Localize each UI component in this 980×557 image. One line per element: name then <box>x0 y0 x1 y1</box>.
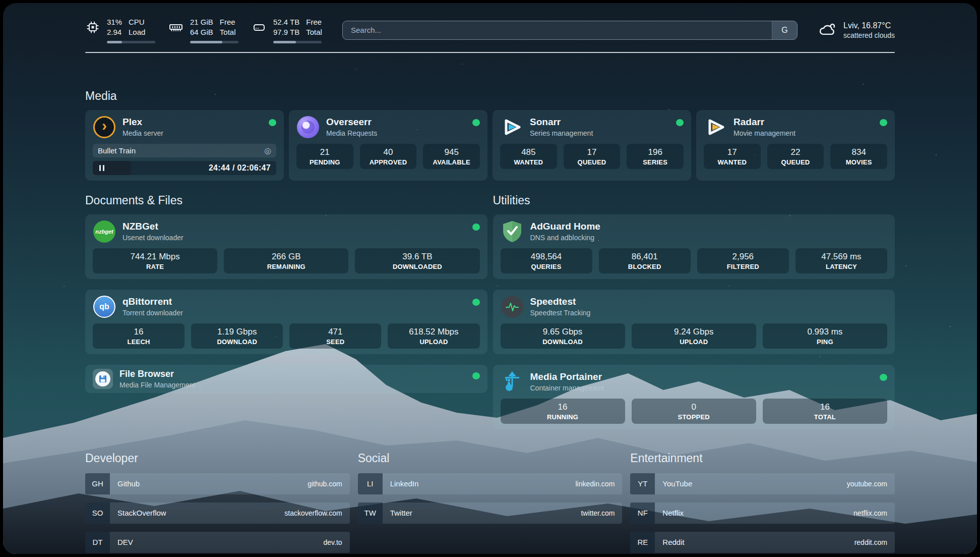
topbar-divider <box>85 52 895 53</box>
overseerr-status-dot <box>472 119 480 126</box>
adguard-stat-filtered: 2,956FILTERED <box>697 248 789 273</box>
adguard-icon <box>501 220 524 243</box>
sonarr-stat-wanted: 485WANTED <box>500 144 557 169</box>
portainer-status-dot <box>880 374 887 381</box>
overseerr-card[interactable]: Overseerr Media Requests 21PENDING 40APP… <box>289 110 487 181</box>
pause-icon <box>99 165 101 171</box>
adguard-stat-blocked: 86,401BLOCKED <box>599 248 691 273</box>
weather-location-temp: Lviv, 16.87°C <box>843 20 895 31</box>
cpu-load-value: 2.94 <box>107 27 122 37</box>
bookmark-github[interactable]: GH Github github.com <box>85 473 350 494</box>
sonarr-title: Sonarr <box>530 117 593 128</box>
pause-button[interactable] <box>93 161 131 175</box>
overseerr-icon <box>296 116 320 139</box>
radarr-stat-wanted: 17WANTED <box>704 144 761 169</box>
qbittorrent-stat-upload: 618.52 MbpsUPLOAD <box>388 323 479 349</box>
sonarr-description: Series management <box>530 129 593 137</box>
bookmark-reddit[interactable]: RE Reddit reddit.com <box>630 532 895 553</box>
sonarr-card[interactable]: Sonarr Series management 485WANTED 17QUE… <box>493 110 691 181</box>
qbittorrent-description: Torrent downloader <box>122 309 183 317</box>
filebrowser-title: File Browser <box>119 369 195 379</box>
overseerr-stat-available: 945AVAILABLE <box>423 144 480 169</box>
stackoverflow-abbr-badge: SO <box>85 503 110 524</box>
plex-now-playing-title: Bullet Train <box>98 146 136 155</box>
qbittorrent-stat-download: 1.19 GbpsDOWNLOAD <box>191 323 283 349</box>
speedtest-card[interactable]: Speedtest Speedtest Tracking 9.65 GbpsDO… <box>493 290 895 354</box>
radarr-icon <box>704 116 727 139</box>
search-engine-button[interactable]: G <box>772 21 797 39</box>
plex-description: Media server <box>122 129 163 137</box>
top-bar: 31% 2.94 CPU Load <box>85 17 895 43</box>
dev-abbr-badge: DT <box>85 532 110 553</box>
memory-usage-bar <box>190 41 222 43</box>
overseerr-stat-pending: 21PENDING <box>296 144 353 169</box>
speedtest-description: Speedtest Tracking <box>530 309 591 317</box>
plex-playback-time: 24:44 / 02:06:47 <box>209 163 276 173</box>
portainer-stat-running: 16RUNNING <box>501 399 625 424</box>
speedtest-stat-upload: 9.24 GbpsUPLOAD <box>632 323 756 349</box>
weather-widget: Lviv, 16.87°C scattered clouds <box>818 20 895 40</box>
memory-label-1: Free <box>220 17 236 27</box>
radarr-card[interactable]: Radarr Movie management 17WANTED 22QUEUE… <box>696 110 895 181</box>
filebrowser-status-dot <box>472 372 480 379</box>
cpu-label-2: Load <box>129 27 145 37</box>
nzbget-icon: nzbget <box>93 220 116 243</box>
dashboard-app: 31% 2.94 CPU Load <box>3 3 977 554</box>
bookmark-stackoverflow[interactable]: SO StackOverflow stackoverflow.com <box>85 503 350 524</box>
sonarr-stat-queued: 17QUEUED <box>564 144 621 169</box>
disk-total-value: 97.9 TB <box>273 27 299 37</box>
overseerr-stat-approved: 40APPROVED <box>360 144 417 169</box>
portainer-stat-total: 16TOTAL <box>763 399 887 424</box>
github-abbr-badge: GH <box>85 473 110 494</box>
memory-monitor: 21 GiB 64 GiB Free Total <box>168 17 238 43</box>
nzbget-stat-rate: 744.21 MbpsRATE <box>93 248 217 273</box>
nzbget-title: NZBGet <box>122 221 183 232</box>
cloud-icon <box>818 22 837 39</box>
overseerr-title: Overseerr <box>326 117 377 128</box>
disk-label-2: Total <box>306 27 322 37</box>
weather-condition: scattered clouds <box>843 31 895 40</box>
overseerr-description: Media Requests <box>326 129 377 137</box>
utilities-column: Utilities <box>493 194 895 429</box>
adguard-title: AdGuard Home <box>530 221 600 232</box>
portainer-title: Media Portainer <box>530 371 604 382</box>
search-bar: G <box>342 21 798 40</box>
filebrowser-card[interactable]: File Browser Media File Management <box>85 365 487 393</box>
system-monitors: 31% 2.94 CPU Load <box>85 17 322 43</box>
speedtest-stat-download: 9.65 GbpsDOWNLOAD <box>501 323 625 349</box>
memory-total-value: 64 GiB <box>190 27 213 37</box>
nzbget-description: Usenet downloader <box>122 234 183 242</box>
twitter-abbr-badge: TW <box>358 503 383 524</box>
cpu-usage-bar <box>107 41 122 43</box>
disk-usage-bar <box>273 41 296 43</box>
plex-status-dot <box>269 119 276 126</box>
radarr-status-dot <box>880 119 887 126</box>
portainer-card[interactable]: Media Portainer Container management 16R… <box>493 365 895 429</box>
bookmark-dev[interactable]: DT DEV dev.to <box>85 532 350 553</box>
speedtest-icon <box>501 295 524 318</box>
linkedin-abbr-badge: LI <box>358 473 383 494</box>
nzbget-status-dot <box>472 224 480 231</box>
radarr-stat-movies: 834MOVIES <box>830 144 887 169</box>
qbittorrent-stat-leech: 16LEECH <box>93 323 185 349</box>
radarr-title: Radarr <box>733 117 795 128</box>
bookmark-twitter[interactable]: TW Twitter twitter.com <box>358 503 623 524</box>
bookmark-netflix[interactable]: NF Netflix netflix.com <box>630 503 895 524</box>
bookmark-youtube[interactable]: YT YouTube youtube.com <box>630 473 895 494</box>
search-input[interactable] <box>343 21 772 39</box>
ram-icon <box>168 20 183 34</box>
sonarr-status-dot <box>676 119 684 126</box>
snow-specks <box>3 3 4 4</box>
adguard-card[interactable]: AdGuard Home DNS and adblocking 498,564Q… <box>493 214 895 279</box>
now-playing-settings-icon[interactable]: ◎ <box>264 146 271 155</box>
entertainment-bookmarks: Entertainment YT YouTube youtube.com NF … <box>630 452 895 553</box>
filebrowser-description: Media File Management <box>119 381 195 389</box>
cpu-label-1: CPU <box>129 17 145 27</box>
nzbget-stat-downloaded: 39.6 TBDOWNLOADED <box>355 248 479 273</box>
plex-card[interactable]: › Plex Media server Bullet Train ◎ <box>85 110 284 181</box>
bookmark-linkedin[interactable]: LI LinkedIn linkedin.com <box>358 473 623 494</box>
disk-monitor: 52.4 TB 97.9 TB Free Total <box>252 17 322 43</box>
qbittorrent-card[interactable]: qb qBittorrent Torrent downloader 16LEEC… <box>85 290 487 354</box>
nzbget-card[interactable]: nzbget NZBGet Usenet downloader 744.21 M… <box>85 214 487 279</box>
developer-section-heading: Developer <box>85 452 350 465</box>
